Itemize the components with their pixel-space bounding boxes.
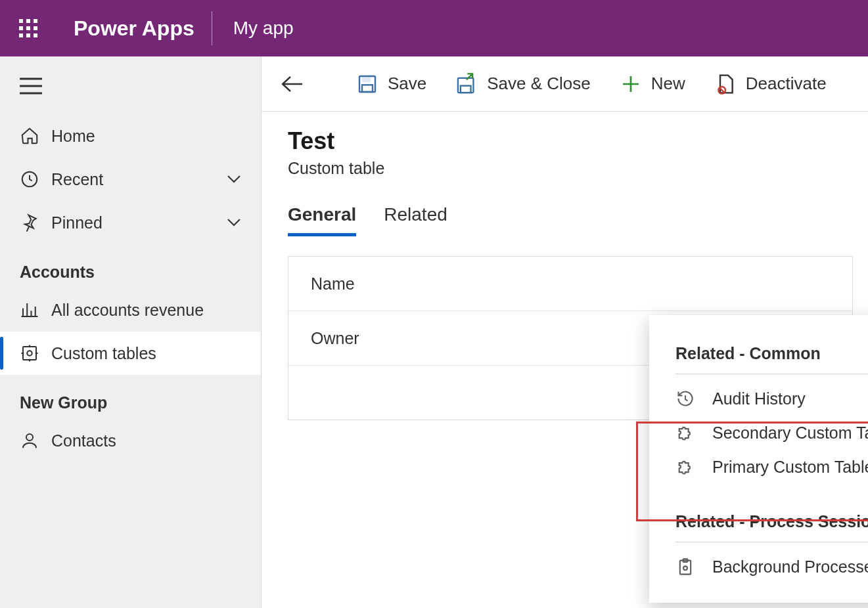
svg-point-14 <box>27 351 32 356</box>
hamburger-icon <box>20 77 42 95</box>
record-tabs: General Related <box>288 204 842 236</box>
save-close-icon <box>455 73 478 95</box>
deactivate-label: Deactivate <box>746 74 827 94</box>
record-page: Test Custom table General Related Name O… <box>262 112 868 436</box>
sidebar-item-custom-tables[interactable]: Custom tables <box>0 332 261 375</box>
clipboard-icon <box>675 557 695 576</box>
svg-rect-3 <box>19 26 23 30</box>
waffle-icon <box>18 18 39 39</box>
svg-rect-18 <box>362 85 373 92</box>
svg-rect-5 <box>34 26 37 30</box>
new-label: New <box>651 74 685 94</box>
clock-icon <box>20 169 51 189</box>
svg-rect-8 <box>34 33 37 37</box>
sidebar-item-home[interactable]: Home <box>0 114 261 158</box>
flyout-item-label: Background Processes <box>712 557 868 576</box>
svg-point-15 <box>26 434 33 441</box>
page-subtitle: Custom table <box>288 159 842 178</box>
app-launcher-button[interactable] <box>0 0 57 56</box>
flyout-item-label: Secondary Custom Table Relationship <box>712 423 868 443</box>
plus-icon <box>620 73 642 95</box>
sidebar-item-label: Custom tables <box>51 344 156 363</box>
svg-rect-4 <box>26 26 30 30</box>
deactivate-button[interactable]: Deactivate <box>714 73 827 95</box>
chart-icon <box>20 300 51 320</box>
related-primary-custom-table[interactable]: Primary Custom Table Relationship <box>675 443 868 477</box>
person-icon <box>20 431 51 450</box>
tab-general[interactable]: General <box>288 204 356 236</box>
svg-rect-7 <box>26 33 30 37</box>
sidebar-item-pinned[interactable]: Pinned <box>0 201 261 244</box>
svg-rect-6 <box>19 33 23 37</box>
related-secondary-custom-table[interactable]: Secondary Custom Table Relationship <box>675 408 868 443</box>
tab-related[interactable]: Related <box>384 204 447 236</box>
save-close-label: Save & Close <box>487 74 591 94</box>
sidebar-item-contacts[interactable]: Contacts <box>0 419 261 462</box>
pin-icon <box>20 213 51 232</box>
command-bar: Save Save & Close New Deactivate <box>262 56 868 112</box>
save-label: Save <box>388 74 426 94</box>
sidebar: Home Recent Pinned Accounts All <box>0 56 262 608</box>
arrow-left-icon <box>280 74 304 94</box>
form-row-name[interactable]: Name <box>288 257 852 311</box>
svg-rect-1 <box>26 19 30 23</box>
sidebar-group-new-group: New Group <box>0 375 261 419</box>
sidebar-toggle-button[interactable] <box>0 67 261 114</box>
app-name[interactable]: My app <box>212 18 315 39</box>
history-icon <box>675 389 695 408</box>
main-content: Save Save & Close New Deactivate <box>262 56 868 608</box>
chevron-down-icon <box>227 218 241 227</box>
related-audit-history[interactable]: Audit History <box>675 374 868 408</box>
sidebar-item-label: Home <box>51 127 95 146</box>
table-icon <box>20 343 51 363</box>
svg-rect-2 <box>34 19 37 23</box>
svg-rect-20 <box>461 85 471 92</box>
related-background-processes[interactable]: Background Processes <box>675 542 868 576</box>
flyout-item-label: Primary Custom Table Relationship <box>712 458 868 477</box>
sidebar-item-all-accounts-revenue[interactable]: All accounts revenue <box>0 288 261 332</box>
sidebar-item-label: Pinned <box>51 213 103 232</box>
flyout-group-process-sessions: Related - Process Sessions <box>675 510 868 542</box>
svg-rect-0 <box>19 19 23 23</box>
puzzle-icon <box>675 423 695 443</box>
sidebar-item-recent[interactable]: Recent <box>0 158 261 201</box>
svg-rect-17 <box>363 76 370 81</box>
sidebar-item-label: Recent <box>51 170 103 189</box>
flyout-group-common: Related - Common <box>675 341 868 374</box>
save-button[interactable]: Save <box>356 73 426 95</box>
app-header: Power Apps My app <box>0 0 868 56</box>
brand-name[interactable]: Power Apps <box>57 16 212 41</box>
field-label: Name <box>311 274 429 293</box>
save-and-close-button[interactable]: Save & Close <box>455 73 591 95</box>
svg-rect-13 <box>23 347 36 360</box>
back-button[interactable] <box>280 74 304 94</box>
home-icon <box>20 126 51 146</box>
puzzle-icon <box>675 457 695 477</box>
field-label: Owner <box>311 329 429 348</box>
chevron-down-icon <box>227 175 241 184</box>
sidebar-item-label: Contacts <box>51 431 116 450</box>
page-title: Test <box>288 127 842 155</box>
new-button[interactable]: New <box>620 73 685 95</box>
sidebar-item-label: All accounts revenue <box>51 301 204 320</box>
flyout-item-label: Audit History <box>712 389 806 408</box>
field-value[interactable] <box>429 274 830 293</box>
svg-point-24 <box>683 566 687 570</box>
related-flyout: Related - Common Audit History Secondary… <box>649 315 868 603</box>
sidebar-group-accounts: Accounts <box>0 244 261 288</box>
deactivate-icon <box>714 73 737 95</box>
save-icon <box>356 73 378 95</box>
